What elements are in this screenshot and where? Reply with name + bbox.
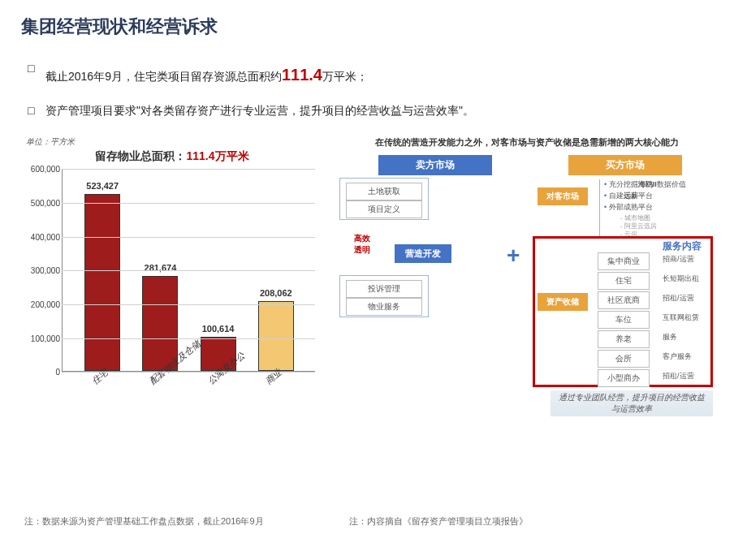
gridline (62, 237, 315, 238)
mid-box: 营造开发 (395, 244, 451, 263)
customer-bullet-1: 自建远薪平台 (604, 191, 653, 201)
asset-box-4: 养老 (598, 330, 650, 348)
service-right-0: 招商/运营 (663, 254, 694, 265)
bullet-list: 截止2016年9月，住宅类项目留存资源总面积约111.4万平米； 资产管理项目要… (0, 39, 747, 125)
asset-box-6: 小型商办 (598, 369, 650, 387)
left-box-0: 土地获取 (346, 183, 422, 200)
asset-box-0: 集中商业 (598, 252, 650, 270)
y-tick: 400,000 (31, 232, 60, 241)
buyer-header: 买方市场 (568, 155, 682, 175)
bar-label-2: 100,614 (202, 324, 235, 334)
left-box-1: 项目定义 (346, 200, 422, 218)
tag-efficiency-b: 透明 (354, 244, 370, 256)
asset-box-3: 车位 (598, 311, 650, 329)
y-tick: 300,000 (31, 266, 60, 275)
customer-bullet-2: 外部成熟平台 (604, 202, 653, 213)
service-right-1: 长短期出租 (663, 274, 699, 284)
bar-chart: 0100,000200,000300,000400,000500,000600,… (23, 169, 315, 404)
asset-box-2: 社区底商 (598, 291, 650, 309)
plus-icon: + (507, 243, 520, 269)
service-title: 服务内容 (663, 239, 702, 253)
left-box2-0: 投诉管理 (346, 280, 422, 298)
service-right-6: 招租/运营 (663, 371, 694, 381)
bullet-2: 资产管理项目要求"对各类留存资产进行专业运营，提升项目的经营收益与运营效率"。 (45, 96, 747, 125)
connector-line (599, 179, 600, 236)
tag-efficiency-a: 高效 (354, 233, 370, 244)
bar-label-3: 208,062 (260, 288, 292, 298)
gridline (62, 304, 315, 305)
service-right-5: 客户服务 (663, 351, 692, 362)
gridline (62, 203, 315, 204)
service-right-2: 招租/运营 (663, 293, 694, 304)
y-tick: 200,000 (31, 300, 60, 309)
gridline (62, 338, 315, 339)
gridline (62, 270, 315, 271)
diagram-caption: 通过专业团队经营，提升项目的经营收益与运营效率 (551, 390, 713, 416)
y-tick: 100,000 (31, 334, 60, 342)
chart-title-highlight: 111.4万平米 (186, 149, 248, 162)
gridline (62, 372, 315, 373)
chart-panel: 单位：平方米 留存物业总面积：111.4万平米 0100,000200,0003… (15, 136, 330, 415)
customer-bullet-0: 充分挖掘海鸥II数据价值 (604, 179, 686, 190)
bullet-1: 截止2016年9月，住宅类项目留存资源总面积约111.4万平米； (45, 54, 747, 96)
bullet-1-prefix: 截止2016年9月，住宅类项目留存资源总面积约 (45, 70, 282, 83)
bullet-1-suffix: 万平米； (322, 70, 368, 83)
page-title: 集团经营现状和经营诉求 (0, 0, 747, 39)
y-tick: 500,000 (31, 199, 60, 208)
diagram: 卖方市场 买方市场 土地获取 项目定义 高效 透明 营造开发 投诉管理 物业服务… (339, 155, 715, 415)
left-box2-1: 物业服务 (346, 298, 422, 316)
service-right-4: 服务 (663, 332, 677, 342)
chart-unit-label: 单位：平方米 (26, 136, 330, 148)
chart-title-prefix: 留存物业总面积： (95, 149, 186, 162)
bar-label-0: 523,427 (86, 181, 119, 191)
y-tick: 600,000 (31, 165, 60, 174)
asset-tag: 资产收储 (538, 293, 588, 311)
diagram-panel: 在传统的营造开发能力之外，对客市场与资产收储是急需新增的两大核心能力 卖方市场 … (339, 136, 715, 415)
bar-0 (84, 194, 120, 371)
footnote-left: 注：数据来源为资产管理基础工作盘点数据，截止2016年9月 (24, 515, 264, 528)
footnote-right: 注：内容摘自《留存资产管理项目立项报告》 (349, 515, 528, 528)
bullet-1-highlight: 111.4 (282, 66, 322, 84)
service-right-3: 互联网租赁 (663, 312, 699, 323)
asset-box-1: 住宅 (598, 272, 650, 290)
y-tick: 0 (55, 368, 60, 377)
asset-box-5: 会所 (598, 350, 650, 368)
diagram-headline: 在传统的营造开发能力之外，对客市场与资产收储是急需新增的两大核心能力 (339, 136, 715, 149)
y-axis: 0100,000200,000300,000400,000500,000600,… (23, 169, 62, 372)
chart-title: 留存物业总面积：111.4万平米 (15, 149, 330, 164)
gridline (62, 169, 315, 170)
bar-3 (258, 301, 294, 372)
customer-tag: 对客市场 (538, 187, 588, 205)
seller-header: 卖方市场 (378, 155, 492, 175)
